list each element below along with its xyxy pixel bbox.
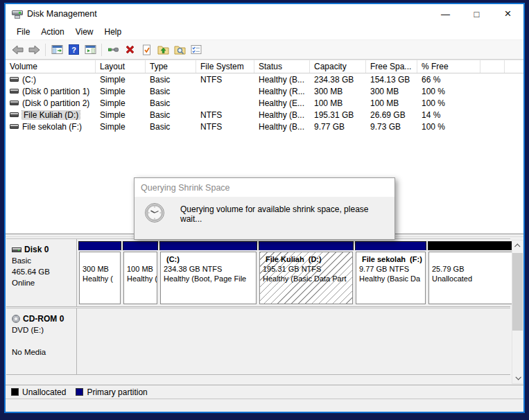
toolbar: ? — [6, 40, 523, 60]
partition-name: File sekolah (F:) — [359, 254, 422, 264]
cell-type: Basic — [146, 122, 196, 132]
disk0-row: Disk 0 Basic 465.64 GB Online 300 MB Hea… — [6, 238, 510, 307]
partition-c[interactable]: (C:) 234.38 GB NTFS Healthy (Boot, Page … — [159, 241, 257, 305]
cdrom0-media: No Media — [12, 347, 73, 358]
cdrom0-label[interactable]: CD-ROM 0 DVD (E:) No Media — [6, 308, 77, 374]
unallocated-region[interactable]: 25.79 GB Unallocated — [428, 241, 513, 305]
partition-f[interactable]: File sekolah (F:) 9.77 GB NTFS Healthy (… — [355, 241, 426, 305]
menu-view[interactable]: View — [70, 25, 99, 39]
scroll-down-icon[interactable] — [512, 372, 523, 383]
cell-free: 300 MB — [366, 87, 417, 96]
cell-pct: 14 % — [417, 110, 480, 120]
vertical-scrollbar[interactable] — [512, 240, 523, 384]
disk0-partitions: 300 MB Healthy ( 100 MB Healthy ( — [78, 241, 513, 305]
folder-up-icon[interactable] — [155, 42, 171, 58]
cd-rom-icon — [12, 315, 20, 323]
menu-action[interactable]: Action — [35, 25, 69, 39]
table-row[interactable]: (Disk 0 partition 1) Simple Basic Health… — [6, 85, 523, 97]
col-file-system[interactable]: File System — [196, 60, 254, 73]
legend-bar: Unallocated Primary partition — [6, 385, 523, 399]
cell-fs: NTFS — [196, 110, 254, 120]
volume-icon — [10, 124, 19, 129]
content-area: Volume Layout Type File System Status Ca… — [6, 60, 523, 412]
disk0-label[interactable]: Disk 0 Basic 465.64 GB Online — [6, 239, 77, 306]
scroll-up-icon[interactable] — [512, 240, 523, 252]
back-icon[interactable] — [10, 42, 25, 58]
volume-list-header: Volume Layout Type File System Status Ca… — [6, 60, 523, 73]
status-strip — [6, 399, 523, 412]
title-bar[interactable]: Disk Management — □ × — [6, 4, 523, 24]
volume-name: File Kuliah (D:) — [22, 110, 80, 120]
col-pct-free[interactable]: % Free — [417, 60, 480, 73]
partition-size: 300 MB — [83, 264, 117, 274]
cell-free: 26.69 GB — [366, 110, 417, 120]
cell-status: Healthy (B... — [254, 75, 310, 85]
cell-type: Basic — [146, 87, 196, 96]
cell-pct: 66 % — [417, 75, 480, 85]
partition-d-selected[interactable]: File Kuliah (D:) 195.31 GB NTFS Healthy … — [259, 241, 354, 305]
partition-efi[interactable]: 100 MB Healthy ( — [123, 241, 158, 305]
table-row[interactable]: File sekolah (F:) Simple Basic NTFS Heal… — [6, 121, 523, 132]
col-type[interactable]: Type — [146, 60, 196, 73]
maximize-button[interactable]: □ — [461, 4, 492, 24]
cell-status: Healthy (E... — [254, 98, 310, 108]
table-row[interactable]: (Disk 0 partition 2) Simple Basic Health… — [6, 97, 523, 109]
partition-status: Healthy ( — [127, 274, 154, 283]
cell-layout: Simple — [96, 98, 146, 108]
unallocated-swatch — [11, 388, 19, 396]
partition-name: (C:) — [164, 254, 253, 264]
disk-icon — [12, 247, 21, 252]
col-free-space[interactable]: Free Spa... — [366, 60, 417, 73]
partition-name: File Kuliah (D:) — [263, 254, 349, 264]
volume-icon — [10, 77, 19, 82]
document-check-icon[interactable] — [139, 42, 154, 58]
clock-icon — [144, 202, 165, 226]
table-row[interactable]: (C:) Simple Basic NTFS Healthy (B... 234… — [6, 73, 523, 85]
cell-status: Healthy (B... — [254, 110, 310, 120]
cell-capacity: 195.31 GB — [310, 110, 366, 120]
cell-layout: Simple — [96, 110, 146, 120]
close-button[interactable]: × — [492, 4, 523, 24]
forward-icon[interactable] — [26, 42, 42, 58]
action-pane-icon[interactable] — [83, 42, 98, 58]
checklist-icon[interactable] — [189, 42, 204, 58]
table-row-selected[interactable]: File Kuliah (D:) Simple Basic NTFS Healt… — [6, 109, 523, 121]
volume-icon — [10, 89, 19, 94]
menu-help[interactable]: Help — [99, 25, 128, 39]
window-title: Disk Management — [27, 9, 97, 19]
col-volume[interactable]: Volume — [6, 60, 96, 73]
col-layout[interactable]: Layout — [96, 60, 146, 73]
dialog-title-bar[interactable]: Querying Shrink Space — [135, 178, 394, 197]
unallocated-color-bar — [428, 241, 513, 250]
toolbar-separator — [45, 44, 46, 56]
folder-search-icon[interactable] — [172, 42, 187, 58]
cell-free: 154.13 GB — [366, 75, 417, 85]
delete-volume-x-icon[interactable] — [122, 42, 137, 58]
unallocated-label: Unallocated — [432, 274, 509, 283]
graphical-view-pane: Disk 0 Basic 465.64 GB Online 300 MB Hea… — [6, 237, 523, 412]
cell-type: Basic — [146, 98, 196, 108]
console-tree-icon[interactable] — [49, 42, 64, 58]
svg-text:?: ? — [71, 46, 76, 54]
disk0-status: Online — [12, 277, 73, 288]
cell-status: Healthy (R... — [254, 87, 310, 96]
menu-file[interactable]: File — [11, 25, 35, 39]
volume-name: File sekolah (F:) — [22, 122, 82, 132]
cell-pct: 100 % — [417, 98, 480, 108]
disk0-size: 465.64 GB — [12, 266, 73, 277]
cdrom0-name: CD-ROM 0 — [23, 313, 64, 324]
cell-fs: NTFS — [196, 122, 254, 132]
cell-capacity: 9.77 GB — [310, 122, 366, 132]
help-icon[interactable]: ? — [66, 42, 81, 58]
disk-management-window: Disk Management — □ × File Action View H… — [4, 3, 525, 413]
partition-recovery[interactable]: 300 MB Healthy ( — [78, 241, 121, 305]
screwdriver-tool-icon[interactable] — [105, 42, 121, 58]
partition-color-bar — [123, 241, 158, 250]
querying-shrink-space-dialog: Querying Shrink Space Querying volume fo… — [134, 177, 395, 240]
cell-type: Basic — [146, 75, 196, 85]
minimize-button[interactable]: — — [430, 4, 461, 24]
col-status[interactable]: Status — [254, 60, 310, 73]
partition-color-bar — [159, 241, 257, 250]
scrollbar-thumb[interactable] — [512, 253, 523, 331]
col-capacity[interactable]: Capacity — [310, 60, 366, 73]
